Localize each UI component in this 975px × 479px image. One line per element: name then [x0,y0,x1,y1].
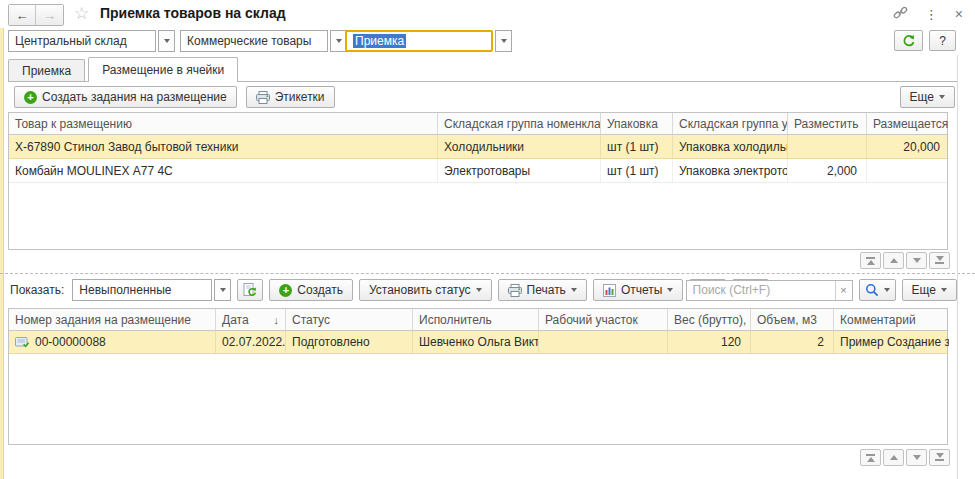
tab-receiving[interactable]: Приемка [8,59,85,81]
button-label: Еще [910,90,934,104]
refresh-list-button[interactable] [237,279,263,301]
table-row[interactable]: Комбайн MOULINEX А77 4С Электротовары шт… [9,159,947,183]
reports-button[interactable]: Отчеты [593,279,683,301]
search-settings-button[interactable] [859,279,896,301]
chevron-down-icon [941,288,947,292]
chevron-down-icon [476,288,482,292]
col-package-group[interactable]: Складская группа упак... [673,113,788,134]
table-row[interactable]: Х-67890 Стинол Завод бытовой техники Хол… [9,135,947,159]
forward-button[interactable]: → [36,5,63,25]
plus-icon: + [24,91,37,104]
button-label: Этикетки [275,90,325,104]
labels-button[interactable]: Этикетки [246,86,335,108]
close-icon[interactable]: × [955,6,963,22]
warehouse-field[interactable]: Центральный склад [8,30,156,52]
col-executor[interactable]: Исполнитель [413,309,539,330]
form-right-border [957,55,958,479]
col-number[interactable]: Номер задания на размещение [9,309,216,330]
triangle-down-icon [936,256,944,261]
placement-table-nav [860,252,950,269]
placement-window: ← → ☆ Приемка товаров на склад ⋮ × Центр… [0,0,975,479]
triangle-up-icon [867,457,875,462]
back-button[interactable]: ← [9,5,36,25]
triangle-up-icon [867,260,875,265]
window-header: ← → ☆ Приемка товаров на склад ⋮ × [0,0,975,28]
triangle-down-icon [913,258,921,263]
cell-placing: 20,000 [867,135,949,158]
cell-package: шт (1 шт) [601,159,673,182]
search-icon [865,283,879,297]
search-input[interactable] [687,281,835,300]
help-label: ? [939,34,946,48]
col-stock-group[interactable]: Складская группа номенклатуры [438,113,601,134]
go-up-button[interactable] [883,449,904,466]
triangle-down-icon [913,455,921,460]
col-weight[interactable]: Вес (брутто), кг [668,309,751,330]
sort-descending-icon: ↓ [274,314,280,326]
go-last-button[interactable] [929,449,950,466]
button-label: Установить статус [369,283,471,297]
printer-icon [256,91,270,104]
cell-to-place: 2,000 [788,159,867,182]
go-last-button[interactable] [929,252,950,269]
favorite-star-icon[interactable]: ☆ [74,3,89,24]
go-up-button[interactable] [883,252,904,269]
table-row[interactable]: 00-00000088 02.07.2022... Подготовлено Ш… [9,331,947,354]
chevron-down-icon [667,288,673,292]
cell-comment: Пример Создание задани... [834,331,949,353]
button-label: Создать [297,283,343,297]
triangle-up-icon [890,455,898,460]
operation-field[interactable]: Приемка [345,30,493,52]
help-button[interactable]: ? [929,30,956,51]
tasks-toolbar: Показать: Невыполненные + Создать Устано… [10,279,975,301]
link-icon[interactable] [893,5,908,23]
col-to-place[interactable]: Разместить [788,113,867,134]
product-group-field[interactable]: Коммерческие товары [180,30,328,52]
tasks-filter-dropdown-button[interactable] [214,279,231,301]
print-button[interactable]: Печать [498,279,587,301]
col-package[interactable]: Упаковка [601,113,673,134]
clear-search-icon[interactable]: × [835,281,852,300]
task-document-icon [15,336,30,348]
forward-icon: → [43,8,56,23]
go-first-button[interactable] [860,252,881,269]
col-comment[interactable]: Комментарий [834,309,949,330]
col-work-area[interactable]: Рабочий участок [539,309,668,330]
create-task-button[interactable]: + Создать [269,279,353,301]
go-first-button[interactable] [860,449,881,466]
placement-more-button[interactable]: Еще [900,86,955,108]
col-volume[interactable]: Объем, м3 [751,309,834,330]
menu-kebab-icon[interactable]: ⋮ [925,7,938,22]
chevron-down-icon [939,95,945,99]
cell-volume: 2 [751,331,834,353]
col-product[interactable]: Товар к размещению [9,113,438,134]
placement-table-header: Товар к размещению Складская группа номе… [9,113,947,135]
button-label: Еще [912,283,936,297]
tasks-filter-field[interactable]: Невыполненные [72,279,212,301]
triangle-down-icon [936,453,944,458]
set-status-button[interactable]: Установить статус [359,279,492,301]
button-label: Создать задания на размещение [42,90,227,104]
go-down-button[interactable] [906,449,927,466]
tasks-filter-combo: Невыполненные [72,279,231,301]
tab-placement[interactable]: Размещение в ячейки [88,57,238,82]
history-nav: ← → [8,4,64,26]
col-placing[interactable]: Размещается [867,113,949,134]
tasks-table: Номер задания на размещение Дата ↓ Стату… [8,308,948,445]
search-cluster: × Еще [686,279,957,301]
search-box: × [686,280,853,301]
col-date-label: Дата [222,313,249,327]
cell-package: шт (1 шт) [601,135,673,158]
col-status[interactable]: Статус [286,309,413,330]
refresh-button[interactable] [894,30,923,51]
operation-dropdown-button[interactable] [495,30,512,52]
create-placement-tasks-button[interactable]: + Создать задания на размещение [14,86,237,108]
go-down-button[interactable] [906,252,927,269]
warehouse-dropdown-button[interactable] [158,30,175,52]
cell-date: 02.07.2022... [216,331,286,353]
selected-text: Приемка [353,34,406,48]
splitter-handle[interactable] [0,273,975,274]
chevron-down-icon [571,288,577,292]
col-date[interactable]: Дата ↓ [216,309,286,330]
tasks-more-button[interactable]: Еще [902,279,957,301]
